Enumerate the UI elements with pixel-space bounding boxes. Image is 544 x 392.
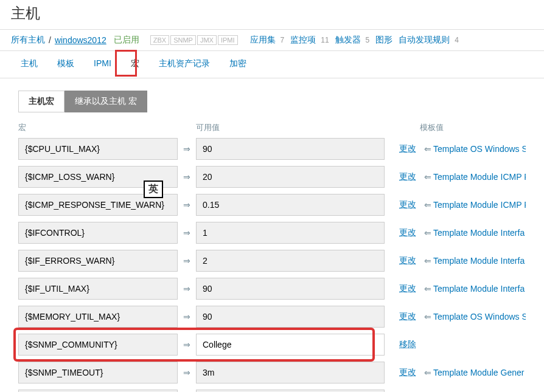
change-link[interactable]: 更改 xyxy=(399,199,422,210)
macro-row: ⇒更改⇐Template Module Gener xyxy=(18,362,526,383)
stat-graphs[interactable]: 图形 xyxy=(375,35,392,46)
macro-row: ⇒更改⇐Template Module Interfa xyxy=(18,250,526,272)
template-link[interactable]: Template OS Windows S xyxy=(433,312,526,322)
template-link[interactable]: Template Module Interfa xyxy=(433,228,526,238)
change-link[interactable]: 更改 xyxy=(399,367,422,378)
macro-name-input[interactable] xyxy=(18,362,178,383)
sub-tab-host-macros[interactable]: 主机宏 xyxy=(18,91,65,112)
stat-count: 11 xyxy=(321,36,329,44)
macro-value-input[interactable] xyxy=(196,138,385,160)
separator: / xyxy=(49,35,51,45)
macro-name-input[interactable] xyxy=(18,334,178,356)
macro-value-input[interactable] xyxy=(196,222,385,244)
col-header-template: 模板值 xyxy=(385,122,526,133)
macro-row: ⇒更改⇐Template Module Interfa xyxy=(18,278,526,300)
breadcrumb-all-hosts[interactable]: 所有主机 xyxy=(11,35,45,46)
change-link[interactable]: 更改 xyxy=(399,311,422,322)
template-link[interactable]: Template Module Gener xyxy=(433,368,526,377)
change-link[interactable]: 更改 xyxy=(399,171,422,182)
arrow-left-icon: ⇐ xyxy=(422,172,433,182)
template-link[interactable]: Template Module Interfa xyxy=(433,284,526,294)
macro-name-input[interactable] xyxy=(18,278,178,300)
arrow-right-icon: ⇒ xyxy=(178,312,196,322)
macro-row: ⇒更改⇐Template OS Windows S xyxy=(18,306,526,328)
page-title: 主机 xyxy=(0,0,544,29)
tab-encryption[interactable]: 加密 xyxy=(220,51,256,78)
arrow-right-icon: ⇒ xyxy=(178,368,196,377)
arrow-left-icon: ⇐ xyxy=(422,144,433,154)
tab-host[interactable]: 主机 xyxy=(11,51,47,78)
breadcrumb-host-name[interactable]: windows2012 xyxy=(55,35,106,45)
macro-value-input[interactable] xyxy=(196,306,385,328)
macro-value-input[interactable] xyxy=(196,166,385,188)
macro-value-input[interactable] xyxy=(196,250,385,272)
stat-triggers[interactable]: 触发器 xyxy=(335,35,361,46)
template-link[interactable]: Template Module Interfa xyxy=(433,256,526,266)
proto-jmx: JMX xyxy=(197,35,217,45)
breadcrumb: 所有主机 / windows2012 已启用 ZBX SNMP JMX IPMI… xyxy=(0,29,544,51)
macro-value-input[interactable] xyxy=(196,194,385,216)
macro-name-input[interactable] xyxy=(18,222,178,244)
tabs: 主机 模板 IPMI 宏 主机资产记录 加密 xyxy=(0,51,544,78)
macro-value-input[interactable] xyxy=(196,390,385,392)
arrow-left-icon: ⇐ xyxy=(422,312,433,322)
macro-row: ⇒更改⇐Template OS Windows S xyxy=(18,138,526,160)
status-enabled: 已启用 xyxy=(114,35,139,46)
arrow-right-icon: ⇒ xyxy=(178,284,196,294)
macro-header: 宏 可用值 模板值 xyxy=(18,122,526,138)
arrow-right-icon: ⇒ xyxy=(178,200,196,210)
proto-ipmi: IPMI xyxy=(218,35,238,45)
content: 主机宏 继承以及主机 宏 宏 可用值 模板值 ⇒更改⇐Template OS W… xyxy=(0,78,544,392)
sub-tab-inherited-macros[interactable]: 继承以及主机 宏 xyxy=(65,91,147,112)
tab-ipmi[interactable]: IPMI xyxy=(84,51,121,78)
stat-items[interactable]: 监控项 xyxy=(290,35,316,46)
proto-zbx: ZBX xyxy=(150,35,169,45)
tab-macros[interactable]: 宏 xyxy=(121,51,149,78)
macro-row: ⇒移除 xyxy=(18,334,526,356)
stat-count: 4 xyxy=(455,36,459,44)
arrow-right-icon: ⇒ xyxy=(178,340,196,349)
macro-row: ⇒更改⇐Template Module Interfa xyxy=(18,222,526,244)
change-link[interactable]: 更改 xyxy=(399,283,422,294)
remove-link[interactable]: 移除 xyxy=(399,339,422,350)
macro-name-input[interactable] xyxy=(18,138,178,160)
col-header-value: 可用值 xyxy=(196,122,385,133)
proto-snmp: SNMP xyxy=(170,35,196,45)
tab-inventory[interactable]: 主机资产记录 xyxy=(149,51,220,78)
arrow-right-icon: ⇒ xyxy=(178,172,196,182)
col-header-macro: 宏 xyxy=(18,122,178,133)
macro-name-input[interactable] xyxy=(18,250,178,272)
arrow-right-icon: ⇒ xyxy=(178,144,196,154)
template-link[interactable]: Template Module ICMP P xyxy=(433,200,526,210)
macro-name-input[interactable] xyxy=(18,194,178,216)
arrow-left-icon: ⇐ xyxy=(422,256,433,266)
stat-count: 7 xyxy=(281,36,285,44)
macro-name-input[interactable] xyxy=(18,390,178,392)
arrow-right-icon: ⇒ xyxy=(178,256,196,266)
protocols: ZBX SNMP JMX IPMI xyxy=(150,35,239,45)
macro-name-input[interactable] xyxy=(18,306,178,328)
stat-count: 5 xyxy=(366,36,370,44)
template-link[interactable]: Template OS Windows S xyxy=(433,144,526,154)
macro-name-input[interactable] xyxy=(18,166,178,188)
change-link[interactable]: 更改 xyxy=(399,255,422,266)
macro-value-input[interactable] xyxy=(196,278,385,300)
macro-table: 宏 可用值 模板值 ⇒更改⇐Template OS Windows S⇒更改⇐T… xyxy=(18,122,526,392)
arrow-left-icon: ⇐ xyxy=(422,228,433,238)
tab-templates[interactable]: 模板 xyxy=(47,51,84,78)
macro-value-input[interactable] xyxy=(196,362,385,383)
macro-row: ⇒更改⇐Template Module ICMP P英 xyxy=(18,194,526,216)
sub-tabs: 主机宏 继承以及主机 宏 xyxy=(18,91,526,112)
arrow-left-icon: ⇐ xyxy=(422,368,433,377)
arrow-right-icon: ⇒ xyxy=(178,228,196,238)
stat-applications[interactable]: 应用集 xyxy=(250,35,276,46)
macro-row: ⇒更改⇐Template Module ICMP P xyxy=(18,166,526,188)
change-link[interactable]: 更改 xyxy=(399,227,422,238)
template-link[interactable]: Template Module ICMP P xyxy=(433,172,526,182)
stat-discovery[interactable]: 自动发现规则 xyxy=(399,35,450,46)
macro-value-input[interactable] xyxy=(196,334,385,356)
macro-row: ⇒更改⇐Template OS Windows S xyxy=(18,390,526,392)
arrow-left-icon: ⇐ xyxy=(422,284,433,294)
change-link[interactable]: 更改 xyxy=(399,143,422,154)
arrow-left-icon: ⇐ xyxy=(422,200,433,210)
